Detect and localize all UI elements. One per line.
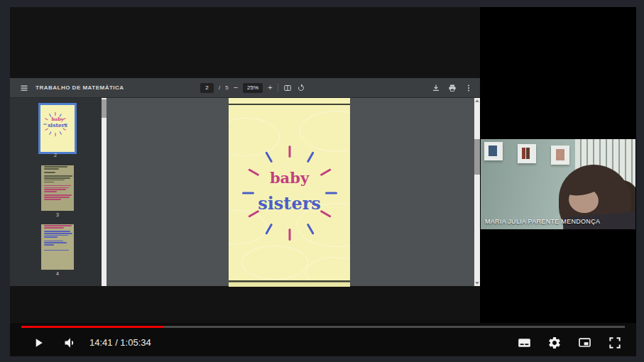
sidebar-scrollbar[interactable]: [102, 98, 107, 286]
cloud-decoration: [300, 111, 350, 152]
video-player: TRABALHO DE MATEMÁTICA 2 / 5 − 25% +: [10, 7, 636, 356]
previous-page-edge: [229, 98, 350, 104]
mini-slide-word2: sisters: [40, 123, 75, 128]
play-button[interactable]: [31, 336, 45, 350]
subtitles-icon[interactable]: [517, 336, 532, 350]
page-separator: /: [219, 84, 220, 91]
progress-bar[interactable]: [21, 326, 625, 328]
progress-fill: [21, 326, 164, 328]
rotate-icon[interactable]: [297, 84, 305, 92]
thumbnail-page-4[interactable]: [41, 224, 74, 270]
volume-button[interactable]: [62, 336, 78, 350]
thumbnail-page-3-number: 3: [41, 212, 74, 217]
wall-shelf: [518, 144, 536, 163]
pdf-toolbar-center: 2 / 5 − 25% +: [200, 78, 305, 97]
thumbnail-page-2-preview: baby sisters: [40, 105, 75, 152]
shelf-book: [526, 148, 530, 159]
print-icon[interactable]: [448, 84, 457, 92]
cloud-decoration: [241, 246, 308, 280]
download-icon[interactable]: [432, 84, 440, 92]
slide-page: baby sisters: [229, 105, 350, 280]
thumbnail-sidebar: baby sisters 2 3 4: [10, 98, 102, 286]
shelf-book: [522, 148, 525, 159]
two-page-view-icon[interactable]: [283, 84, 292, 92]
wall-shelf: [551, 146, 569, 165]
wall-shelf: [484, 142, 503, 160]
thumbnail-page-3-preview: [41, 165, 74, 211]
pdf-toolbar: TRABALHO DE MATEMÁTICA 2 / 5 − 25% +: [10, 78, 480, 98]
current-page-input[interactable]: 2: [200, 83, 214, 93]
zoom-out-button[interactable]: −: [234, 84, 238, 92]
time-display: 14:41 / 1:05:34: [89, 337, 151, 348]
shelf-portrait: [556, 149, 564, 160]
sidebar-scrollbar-thumb[interactable]: [102, 99, 107, 118]
scroll-up-icon[interactable]: [475, 99, 479, 102]
page-background: TRABALHO DE MATEMÁTICA 2 / 5 − 25% +: [0, 0, 644, 362]
slide-word2: sisters: [229, 194, 350, 212]
next-page-edge: [229, 282, 350, 287]
zoom-in-button[interactable]: +: [268, 84, 272, 92]
document-view: baby sisters: [107, 98, 474, 286]
pdf-viewer: TRABALHO DE MATEMÁTICA 2 / 5 − 25% +: [10, 78, 480, 286]
cloud-decoration: [229, 118, 280, 156]
thumbnail-page-2[interactable]: baby sisters: [38, 103, 77, 154]
mini-slide-word1: baby: [40, 117, 75, 122]
thumbnail-page-2-number: 2: [39, 153, 72, 158]
slide-word1: baby: [229, 170, 350, 186]
thumbnail-page-3[interactable]: [41, 165, 74, 211]
shelf-picture: [489, 146, 497, 156]
toolbar-divider: [278, 83, 278, 92]
cloud-decoration: [305, 257, 350, 280]
screen-share-region: TRABALHO DE MATEMÁTICA 2 / 5 − 25% +: [10, 7, 480, 323]
participant-name-label: MARIA JÚLIA PARENTE MENDONÇA: [485, 218, 600, 225]
webcam-feed: MARIA JÚLIA PARENTE MENDONÇA: [481, 139, 635, 229]
scroll-down-icon[interactable]: [475, 282, 479, 285]
more-options-icon[interactable]: [464, 84, 473, 92]
pdf-viewer-body: baby sisters 2 3 4: [10, 98, 480, 286]
miniplayer-icon[interactable]: [577, 336, 592, 350]
document-scrollbar-thumb[interactable]: [474, 139, 480, 175]
page-total: 5: [225, 84, 228, 91]
fullscreen-icon[interactable]: [608, 336, 622, 350]
settings-icon[interactable]: [547, 336, 562, 350]
menu-icon[interactable]: [20, 84, 28, 92]
document-title: TRABALHO DE MATEMÁTICA: [36, 84, 124, 91]
webcam-column: MARIA JÚLIA PARENTE MENDONÇA: [480, 7, 636, 323]
pdf-toolbar-right: [432, 78, 473, 97]
thumbnail-page-4-number: 4: [41, 271, 74, 276]
document-scrollbar[interactable]: [474, 98, 480, 286]
player-controls: 14:41 / 1:05:34: [10, 329, 636, 356]
slide-page-column: baby sisters: [229, 98, 350, 286]
zoom-level-display[interactable]: 25%: [243, 83, 263, 93]
thumbnail-page-4-preview: [41, 224, 74, 270]
